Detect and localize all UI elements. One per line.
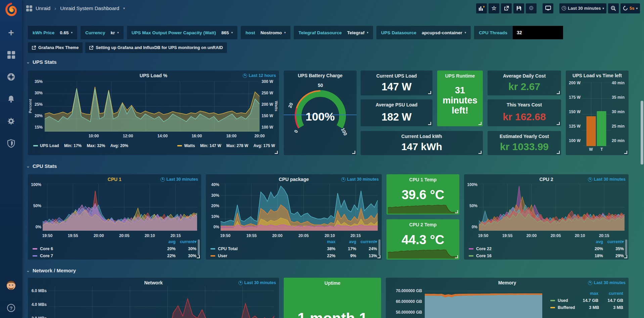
cycle-view-mode-button[interactable] [543,3,553,13]
section-network-memory[interactable]: ⌄ Network / Memory [26,268,76,273]
panel-title[interactable]: UPS Load vs Time left [566,71,629,78]
x-tick: 19:50 [478,233,489,238]
refresh-icon [623,6,628,11]
bar-y-ticks-left: 200 W175 W150 W125 W100 W [566,81,581,143]
dashboard-picker-caret-icon[interactable]: ▾ [123,6,125,10]
share-dashboard-button[interactable] [501,3,512,13]
legend-sort-avg[interactable]: avg [582,239,603,244]
x-tick: 19:55 [502,233,513,238]
legend-sort-max[interactable]: max [573,291,598,296]
breadcrumb-section[interactable]: Unraid [36,5,50,11]
breadcrumb: Unraid › Unraid System Dashboard ▾ [26,5,125,11]
battery-charge-value: 100% [284,110,357,123]
stat-value: 147 W [361,81,432,93]
ups-load-chart[interactable] [45,81,260,132]
cpu2-temp-sparkline [388,248,458,259]
cpu2-chart[interactable] [479,184,625,231]
x-tick: 16:00 [192,134,202,138]
cpu1-chart[interactable] [43,184,197,231]
external-link-icon [89,46,93,50]
legend-sort-max[interactable]: max [315,239,335,244]
server-admin-shield-icon[interactable] [7,139,15,148]
configuration-gear-icon[interactable] [7,117,15,126]
panel-time-badge[interactable]: Last 12 hours [243,73,276,78]
legend-sort-avg[interactable]: avg [155,239,176,244]
explore-compass-icon[interactable] [7,73,15,81]
panel-title[interactable]: UPS Battery Charge [284,71,357,78]
memory-legend: maxcurrent Used14.7 GB14.7 GB Buffered3 … [550,290,623,311]
panel-time-badge[interactable]: Last 30 minutes [160,177,198,182]
alerting-bell-icon[interactable] [7,95,15,103]
breadcrumb-page-title[interactable]: Unraid System Dashboard [60,5,119,11]
zoom-out-icon [611,6,616,11]
legend-row: Buffered3 MB3 MB [550,304,623,311]
network-chart[interactable] [48,286,274,318]
avatar[interactable] [5,280,17,292]
variable-kwh-price[interactable]: kWh Price 0.65 ▾ [28,26,77,39]
y-ticks: 40%30%20%10%0% [208,182,219,229]
section-cpu-stats[interactable]: ⌄ CPU Stats [26,163,57,169]
section-ups-stats[interactable]: ⌄ UPS Stats [26,59,57,65]
legend-row: CPU Total38%17%24% [211,245,377,252]
legend-sort-current[interactable]: current▾ [176,239,196,244]
caret-down-icon: ▾ [231,31,233,34]
cpu-package-legend: maxavgcurrent▾ CPU Total38%17%24% User22… [211,238,377,259]
variable-telegraf-datasource[interactable]: Telegraf Datasource Telegraf ▾ [294,26,373,39]
create-icon[interactable]: + [7,28,15,37]
x-tick: 10:00 [89,134,99,138]
star-dashboard-button[interactable]: ☆ [489,3,499,13]
panel-time-badge[interactable]: Last 30 minutes [341,177,379,182]
variable-cpu-threads: CPU Threads [474,26,563,39]
variable-ups-datasource[interactable]: UPS Datasource apcupsd-container ▾ [376,26,471,39]
battery-gauge[interactable]: 0 20 50 100 [285,82,356,135]
variable-ups-max-output[interactable]: UPS Max Output Power Capacity (Watt) 865… [127,26,238,39]
panel-average-psu-load: Average PSU Load 182 W [361,99,432,126]
legend-scrollbar[interactable] [378,239,380,256]
breadcrumb-separator: › [54,5,56,11]
time-range-caret-icon: ▾ [602,7,604,10]
dashboard-links-row: Grafana Plex Theme Setting up Grafana an… [28,42,227,53]
panel-current-load-kwh: Current Load kWh 147 kWh [361,131,483,155]
variable-currency[interactable]: Currency kr ▾ [81,26,124,39]
legend-sort-avg[interactable]: avg [335,239,356,244]
dashboard-settings-button[interactable]: ⚙ [526,3,537,13]
time-range-picker[interactable]: Last 30 minutes ▾ [559,3,606,13]
sidebar: + ? [0,0,22,318]
memory-chart[interactable] [425,289,542,318]
legend-row: Core 722%30% [33,252,196,259]
link-grafana-plex-theme[interactable]: Grafana Plex Theme [28,42,83,53]
refresh-picker[interactable]: 5s ▾ [620,3,640,13]
add-panel-button[interactable] [476,3,487,13]
dashboard-canvas: kWh Price 0.65 ▾ Currency kr ▾ UPS Max O… [22,16,644,318]
link-ups-monitoring-guide[interactable]: Setting up Grafana and InfluxDB for UPS … [85,42,227,53]
legend-scrollbar[interactable] [625,239,627,256]
page-scrollbar[interactable] [641,101,643,165]
dashboards-icon[interactable] [7,50,15,59]
cpu-threads-input[interactable] [513,26,563,39]
zoom-out-time-button[interactable] [608,3,619,13]
ups-bar-chart[interactable] [582,83,611,146]
variable-host[interactable]: host Nostromo ▾ [241,26,290,39]
cpu1-legend: avgcurrent▾ Core 620%30% Core 722%30% [33,238,196,259]
x-tick: W [589,147,593,152]
legend-sort-current[interactable]: current▾ [603,239,624,244]
panel-cpu2: CPU 2 Last 30 minutes 100%50%0% 19:50 19… [464,174,629,260]
panel-cpu1: CPU 1 Last 30 minutes 100%50%0% 19:50 19… [28,174,201,260]
panel-title[interactable]: UPS Load % [28,71,279,78]
panel-time-badge[interactable]: Last 30 minutes [588,177,626,182]
legend-sort-current[interactable]: current▾ [356,239,377,244]
legend-entry-ups-load[interactable]: UPS Load Min: 17% Max: 32% Avg: 20% [33,143,128,148]
legend-scrollbar[interactable] [198,239,200,256]
legend-sort-current[interactable]: current [598,291,623,296]
x-tick: 19:55 [68,233,78,238]
panel-time-badge[interactable]: Last 30 minutes [238,280,276,285]
y-axis-label-left: Percent [28,99,32,113]
help-icon[interactable]: ? [7,304,15,312]
cpu-package-chart[interactable] [221,184,378,231]
save-dashboard-button[interactable] [513,3,524,13]
grafana-logo[interactable] [4,3,18,16]
ups-load-legend: UPS Load Min: 17% Max: 32% Avg: 20% Watt… [33,143,275,148]
x-tick: 20:00 [94,233,104,238]
legend-entry-watts[interactable]: Watts Min: 147 W Max: 278 W Avg: 175 W [177,143,275,148]
panel-time-badge[interactable]: Last 30 minutes [588,280,626,285]
